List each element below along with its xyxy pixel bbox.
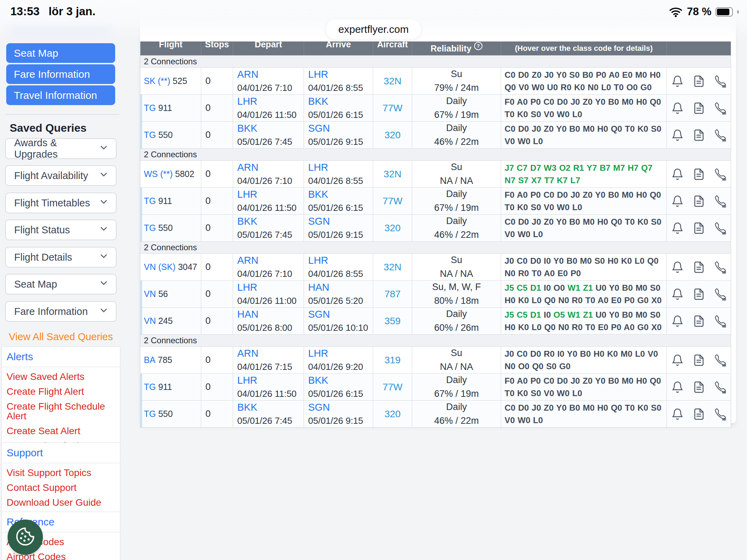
- class-code[interactable]: G0: [637, 296, 649, 305]
- class-code[interactable]: H0: [597, 124, 608, 133]
- class-code[interactable]: T0: [505, 203, 515, 212]
- class-code[interactable]: W0: [518, 230, 531, 239]
- class-code[interactable]: D0: [530, 256, 541, 265]
- class-code[interactable]: Y0: [556, 217, 566, 226]
- class-code[interactable]: Y0: [553, 256, 564, 265]
- url-address-pill[interactable]: expertflyer.com: [326, 19, 421, 39]
- class-code[interactable]: T0: [614, 83, 624, 92]
- airline-code-link[interactable]: TG: [144, 223, 156, 233]
- class-code[interactable]: S0: [546, 362, 556, 371]
- class-code[interactable]: L0: [635, 349, 645, 358]
- class-code[interactable]: E0: [622, 70, 633, 80]
- arrive-airport-link[interactable]: LHR: [308, 348, 369, 359]
- class-code[interactable]: L0: [572, 389, 582, 398]
- phone-icon[interactable]: [714, 288, 727, 300]
- arrive-airport-link[interactable]: BKK: [308, 189, 369, 200]
- class-code[interactable]: C0: [543, 190, 554, 199]
- class-code[interactable]: H0: [636, 190, 647, 199]
- class-code[interactable]: S0: [651, 403, 661, 412]
- airline-code-link[interactable]: TG: [144, 196, 156, 206]
- class-code[interactable]: T0: [625, 217, 635, 226]
- visit-support-topics-link[interactable]: Visit Support Topics: [7, 467, 115, 478]
- class-code[interactable]: X0: [651, 296, 662, 305]
- class-code[interactable]: A0: [517, 97, 528, 106]
- class-code[interactable]: I0: [544, 256, 551, 265]
- class-code[interactable]: K0: [518, 323, 529, 332]
- class-code[interactable]: B0: [608, 190, 619, 199]
- class-code[interactable]: R0: [518, 269, 529, 278]
- class-code[interactable]: J0: [544, 70, 554, 80]
- class-code[interactable]: H0: [608, 256, 618, 265]
- notes-icon[interactable]: [693, 102, 705, 114]
- depart-airport-link[interactable]: BKK: [237, 123, 299, 134]
- create-flight-schedule-alert-link[interactable]: Create Flight Schedule Alert: [7, 400, 115, 421]
- notes-icon[interactable]: [693, 354, 705, 366]
- arrive-airport-link[interactable]: BKK: [308, 96, 369, 107]
- seat-map-button[interactable]: Seat Map: [6, 43, 115, 63]
- aircraft-code-link[interactable]: 32N: [384, 76, 401, 87]
- phone-icon[interactable]: [714, 354, 727, 366]
- phone-icon[interactable]: [714, 381, 727, 393]
- alert-bell-icon[interactable]: [671, 102, 684, 114]
- class-code[interactable]: W1: [568, 310, 580, 319]
- class-code[interactable]: O5: [554, 310, 565, 319]
- alert-bell-icon[interactable]: [671, 354, 684, 366]
- class-code[interactable]: V0: [544, 110, 554, 119]
- class-code[interactable]: F0: [505, 97, 515, 106]
- class-code[interactable]: A0: [517, 190, 528, 199]
- class-code[interactable]: Z0: [544, 124, 554, 133]
- create-seat-alert-link[interactable]: Create Seat Alert: [7, 425, 115, 436]
- class-code[interactable]: Z0: [544, 403, 554, 412]
- class-code[interactable]: Q0: [505, 83, 516, 92]
- saved-query-dropdown-flight-status[interactable]: Flight Status: [5, 220, 117, 240]
- depart-airport-link[interactable]: BKK: [237, 216, 299, 227]
- notes-icon[interactable]: [693, 408, 705, 420]
- class-code[interactable]: O0: [554, 283, 565, 292]
- aircraft-code-link[interactable]: 32N: [384, 262, 401, 273]
- class-code[interactable]: N0: [505, 362, 515, 371]
- class-code[interactable]: D7: [530, 163, 541, 172]
- download-user-guide-link[interactable]: Download User Guide: [7, 496, 115, 507]
- depart-airport-link[interactable]: BKK: [237, 402, 299, 413]
- class-code[interactable]: K0: [637, 403, 648, 412]
- depart-airport-link[interactable]: LHR: [237, 96, 299, 107]
- phone-icon[interactable]: [714, 261, 727, 273]
- class-code[interactable]: C0: [543, 376, 554, 385]
- notes-icon[interactable]: [693, 222, 705, 234]
- class-code[interactable]: A0: [517, 376, 528, 385]
- phone-icon[interactable]: [714, 195, 727, 207]
- class-code[interactable]: N0: [558, 296, 569, 305]
- class-code[interactable]: R0: [561, 83, 571, 92]
- class-code[interactable]: W0: [557, 110, 570, 119]
- notes-icon[interactable]: [693, 75, 705, 87]
- class-code[interactable]: B0: [622, 310, 633, 319]
- airline-code-link[interactable]: WS (**): [144, 169, 173, 179]
- class-code[interactable]: Y0: [595, 376, 606, 385]
- class-code[interactable]: T0: [585, 323, 595, 332]
- aircraft-code-link[interactable]: 77W: [382, 103, 403, 114]
- class-code[interactable]: K0: [637, 217, 648, 226]
- aircraft-code-link[interactable]: 359: [385, 316, 401, 327]
- class-code[interactable]: A0: [609, 70, 619, 80]
- class-code[interactable]: B0: [580, 349, 591, 358]
- class-code[interactable]: G0: [640, 83, 652, 92]
- class-code[interactable]: Y0: [609, 283, 619, 292]
- class-code[interactable]: R0: [544, 349, 554, 358]
- class-code[interactable]: M0: [636, 310, 647, 319]
- class-code[interactable]: H0: [597, 403, 608, 412]
- class-code[interactable]: P0: [571, 269, 581, 278]
- class-code[interactable]: A0: [624, 323, 635, 332]
- class-code[interactable]: J0: [532, 124, 541, 133]
- aircraft-code-link[interactable]: 319: [385, 355, 401, 366]
- notes-icon[interactable]: [693, 129, 705, 141]
- class-code[interactable]: G0: [559, 362, 571, 371]
- airline-code-link[interactable]: TG: [144, 382, 156, 392]
- alert-bell-icon[interactable]: [671, 195, 684, 207]
- airline-code-link[interactable]: TG: [144, 409, 156, 419]
- class-code[interactable]: L0: [532, 296, 542, 305]
- airline-code-link[interactable]: BA: [144, 355, 155, 365]
- class-code[interactable]: P0: [531, 190, 541, 199]
- class-code[interactable]: Q0: [544, 296, 556, 305]
- arrive-airport-link[interactable]: LHR: [308, 255, 369, 266]
- class-code[interactable]: J0: [505, 256, 514, 265]
